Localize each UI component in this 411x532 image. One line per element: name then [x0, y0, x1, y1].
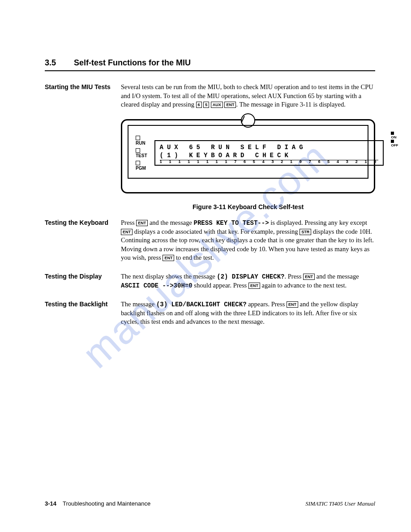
led-test: TEST [136, 148, 147, 158]
key-ent: ENT [303, 274, 315, 280]
text: and the message [148, 219, 193, 226]
footer-right: SIMATIC TI405 User Manual [305, 500, 375, 507]
body-backlight: The message (3) LED/BACKLIGHT CHECK? app… [121, 300, 375, 326]
text: is displayed. Pressing any key except [269, 219, 367, 226]
label-starting: Starting the MIU Tests [45, 83, 121, 109]
label-backlight: Testing the Backlight [45, 300, 121, 326]
text: The message [121, 300, 156, 308]
code-text: PRESS KEY TO TEST--> [194, 219, 269, 227]
code-text: ASCII CODE -->30H=0 [121, 282, 193, 289]
onoff-off: OFF [391, 139, 398, 147]
section-title: Self-test Functions for the MIU [74, 58, 191, 68]
miu-device: RUN TEST PGM AUX 65 RUN SELF DIAG (1) KE… [121, 119, 375, 193]
body-display: The next display shows the message (2) D… [121, 272, 375, 290]
code-text: (2) DISPLAY CHECK? [217, 273, 284, 280]
page-footer: 3-14Troubleshooting and Maintenance SIMA… [45, 500, 375, 507]
key-aux: AUX [211, 102, 223, 108]
key-5: 5 [203, 102, 209, 108]
key-ent: ENT [136, 220, 148, 226]
key-ent: ENT [287, 301, 298, 308]
label-keyboard: Testing the Keyboard [45, 219, 121, 262]
led-column: RUN TEST PGM [136, 136, 147, 171]
led-run: RUN [136, 136, 147, 146]
footer-left: 3-14Troubleshooting and Maintenance [45, 500, 150, 507]
text: again to advance to the next test. [260, 282, 347, 289]
text: . Press [284, 273, 303, 280]
lcd-line-1: AUX 65 RUN SELF DIAG [160, 144, 379, 151]
key-str: STR [300, 229, 311, 235]
lcd-display: AUX 65 RUN SELF DIAG (1) KEYBOARD CHECK … [154, 140, 384, 166]
text: and the message [315, 273, 359, 280]
manual-page: manualslive.com 3.5 Self-test Functions … [0, 0, 411, 532]
text: Press [121, 219, 136, 226]
section-number: 3.5 [45, 58, 56, 68]
device-panel: RUN TEST PGM AUX 65 RUN SELF DIAG (1) KE… [128, 125, 368, 179]
code-text: (3) LED/BACKLIGHT CHECK? [156, 301, 247, 308]
body-keyboard: Press ENT and the message PRESS KEY TO T… [121, 219, 375, 262]
figure-3-11: RUN TEST PGM AUX 65 RUN SELF DIAG (1) KE… [121, 119, 375, 210]
lcd-ticks: 1 1 1 1 1 1 1 1 7 6 5 4 3 2 1 0 7 6 5 4 … [160, 160, 379, 164]
chapter-name: Troubleshooting and Maintenance [63, 500, 150, 507]
block-starting: Starting the MIU Tests Several tests can… [45, 83, 375, 109]
section-header: 3.5 Self-test Functions for the MIU [45, 58, 375, 71]
block-display: Testing the Display The next display sho… [45, 272, 375, 290]
body-starting: Several tests can be run from the MIU, b… [121, 83, 375, 109]
key-6: 6 [196, 102, 202, 108]
text: displays a code associated with that key… [133, 228, 300, 235]
page-number: 3-14 [45, 500, 56, 507]
text: . The message in Figure 3-11 is displaye… [236, 101, 345, 108]
led-pgm: PGM [136, 161, 147, 171]
text: The next display shows the message [121, 273, 217, 280]
block-backlight: Testing the Backlight The message (3) LE… [45, 300, 375, 326]
key-ent: ENT [248, 283, 260, 289]
key-ent: ENT [163, 255, 174, 261]
onoff-switch: ON OFF [391, 131, 398, 147]
key-ent: ENT [121, 229, 133, 235]
figure-caption: Figure 3-11 Keyboard Check Self-test [121, 203, 375, 210]
key-ent: ENT [224, 102, 236, 108]
text: to end the test. [174, 254, 214, 261]
onoff-on: ON [391, 131, 398, 139]
text: should appear. Press [193, 282, 248, 289]
label-display: Testing the Display [45, 272, 121, 290]
text: appears. Press [247, 300, 287, 308]
lcd-line-2: (1) KEYBOARD CHECK [160, 152, 379, 159]
block-keyboard: Testing the Keyboard Press ENT and the m… [45, 219, 375, 262]
